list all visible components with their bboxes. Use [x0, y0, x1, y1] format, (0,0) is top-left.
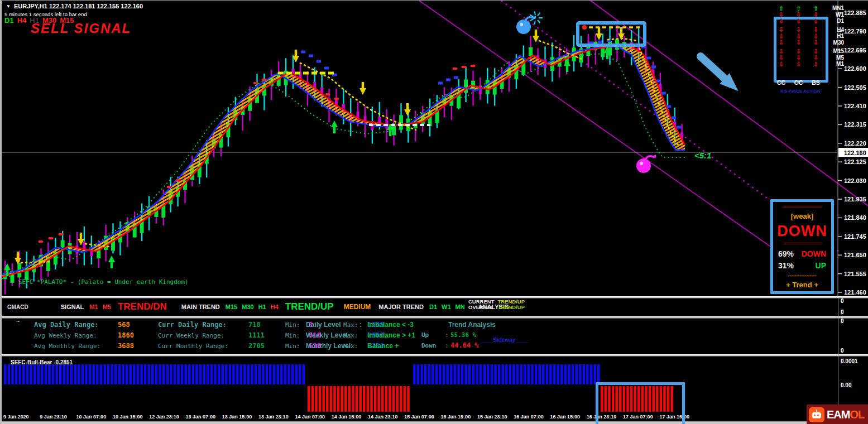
text-run: 3688: [118, 342, 158, 350]
text-run: Down: [421, 342, 445, 349]
svg-text:SEFC *PALATO* - (Palato = Unde: SEFC *PALATO* - (Palato = Under earth Ki…: [18, 278, 189, 286]
text-run: 718: [248, 321, 285, 329]
mt4-chart-window: 122.885122.790122.695122.600122.505122.4…: [0, 0, 868, 424]
time-axis-label: 14 Jan 23:10: [368, 414, 398, 420]
kg-col-cc: CC: [773, 79, 790, 86]
dash-divider: -----------------: [788, 273, 817, 278]
down-arrow-icon: ⇩: [790, 55, 807, 60]
level-row-weekly: Weekly Level :Imbalance > +1: [306, 331, 440, 339]
down-arrow-icon: ⇩: [773, 33, 790, 39]
weak-label: [weak]: [791, 212, 813, 220]
time-axis-label: 14 Jan 07:00: [295, 414, 325, 420]
text-run: Imbalance < -3: [367, 321, 440, 329]
gmacd-indicator-strip: GMACDSIGNALM1M5TREND/DNMAIN TRENDM15M30H…: [7, 300, 511, 314]
down-arrow-icon: ⇩: [807, 18, 824, 24]
text-run: D1: [429, 303, 437, 310]
down-arrow-icon: ⇩: [807, 33, 824, 39]
symbol-ohlc-text: EURJPY,H1 122.174 122.181 122.155 122.16…: [14, 3, 143, 9]
text-run: 2705: [248, 342, 285, 350]
down-arrow-icon: ⇩: [790, 61, 807, 67]
price-chart-canvas[interactable]: 122.885122.790122.695122.600122.505122.4…: [2, 1, 868, 297]
text-run: H1: [258, 303, 266, 310]
text-run: MAIN TREND: [181, 303, 220, 310]
down-arrow-icon: ⇩: [807, 55, 824, 60]
dropdown-triangle-icon[interactable]: ▼: [6, 4, 11, 9]
down-arrow-icon: ⇩: [773, 18, 790, 24]
time-axis-label: 10 Jan 15:00: [113, 414, 143, 420]
text-run: Monthly Level:: [306, 342, 367, 350]
svg-text:122.125: 122.125: [844, 158, 866, 165]
kg-timeframe-label: MN1: [824, 5, 844, 11]
svg-text:121.460: 121.460: [844, 289, 866, 296]
panel-handle[interactable]: ~: [16, 319, 20, 325]
down-arrow-icon: ⇩: [790, 33, 807, 39]
time-axis-label: 16 Jan 07:00: [514, 414, 544, 420]
kg-row-m30: ⇩⇩⇩M30: [773, 40, 845, 46]
text-run: TREND/UP: [285, 301, 334, 312]
text-run: M15: [226, 303, 237, 310]
down-percent: 69%: [778, 249, 794, 258]
scale-zero: 0: [841, 318, 844, 324]
kg-timeframe-label: M1: [824, 61, 844, 67]
window-bottom-border: [2, 421, 868, 424]
up-arrow-icon: ⇧: [807, 6, 824, 11]
text-run: :: [445, 331, 450, 339]
text-run: D1: [4, 16, 14, 25]
trend-up-row: Up:55.36 %: [421, 331, 490, 339]
scale-zero: 0: [841, 298, 844, 304]
svg-text:122.410: 122.410: [844, 103, 866, 109]
kg-row-m5: ⇩⇩⇩M5: [773, 55, 845, 61]
svg-text:121.840: 121.840: [844, 214, 866, 221]
down-arrow-icon: ⇩: [807, 61, 824, 67]
text-run: M5: [103, 303, 111, 310]
down-arrow-icon: ⇩: [773, 49, 790, 54]
kg-timeframe-label: M5: [824, 55, 844, 61]
text-run: Min:: [285, 332, 309, 339]
trend-down-row: Down:44.64 %: [421, 341, 490, 349]
text-run: W1: [442, 303, 451, 310]
text-run: 568: [118, 321, 158, 329]
kg-timeframe-label: D1: [824, 18, 844, 24]
text-run: Avg Weekly Range:: [34, 332, 118, 339]
sideway-label: ____Sideway____: [481, 337, 528, 343]
text-run: Up: [421, 331, 445, 339]
time-axis-label: 12 Jan 23:10: [149, 414, 179, 420]
kg-row-d1: ⇩⇩⇩D1: [773, 18, 845, 25]
scale-divider: [838, 298, 838, 421]
time-axis-label: 15 Jan 07:00: [404, 414, 434, 420]
time-axis-label: 15 Jan 15:00: [441, 414, 471, 420]
overall-label: OVERALL: [468, 305, 494, 310]
down-arrow-icon: ⇩: [773, 12, 790, 17]
down-arrow-icon: ⇩: [807, 27, 824, 32]
text-run: MAJOR TREND: [378, 303, 424, 310]
text-run: Min:: [285, 321, 309, 329]
text-run: TREND/DN: [118, 301, 167, 312]
kg-timeframe-label: W1: [824, 12, 844, 18]
svg-text:122.160: 122.160: [844, 150, 866, 156]
gmacd-analysis-block: CURRENT TREND/UP OVERALL TREND/UP: [468, 299, 525, 310]
time-axis-label: 9 Jan 23:10: [40, 414, 67, 420]
time-axis-label: 9 Jan 2020: [3, 414, 29, 420]
down-arrow-icon: ⇩: [790, 12, 807, 17]
time-axis-label: 15 Jan 23:10: [477, 414, 507, 420]
svg-text:122.600: 122.600: [844, 65, 866, 72]
panel-separator[interactable]: [2, 296, 868, 298]
kg-timeframe-label: M15: [824, 48, 844, 54]
sefc-bull-bear-histogram[interactable]: [2, 356, 837, 412]
kg-row-h1: ⇩⇩⇩H1: [773, 33, 845, 40]
text-run: Curr Weekly Range:: [158, 332, 248, 339]
text-run: 1860: [118, 331, 158, 339]
text-run: M30: [242, 303, 253, 310]
overall-trend-state: TREND/UP: [497, 305, 525, 310]
level-row-daily: Daily Level:Imbalance < -3: [306, 321, 440, 329]
down-word: DOWN: [802, 249, 826, 258]
svg-text:122.885: 122.885: [844, 9, 866, 16]
histogram-highlight-box: [596, 382, 685, 424]
time-axis-label: 13 Jan 07:00: [186, 414, 216, 420]
down-arrow-icon: ⇩: [773, 55, 790, 60]
kg-row-m1: ⇩⇩⇩M1: [773, 61, 845, 68]
svg-text:121.935: 121.935: [844, 196, 866, 203]
text-run: Avg Daily Range:: [34, 321, 118, 329]
scale-zero: 0: [841, 348, 844, 354]
panel-separator[interactable]: [2, 316, 868, 319]
